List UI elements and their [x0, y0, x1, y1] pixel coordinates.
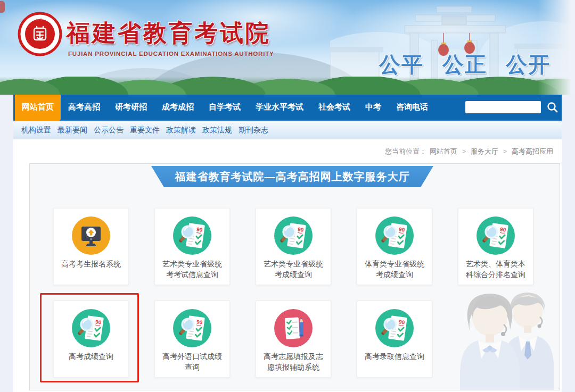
score-query-icon: 90 [72, 309, 110, 347]
svg-text:90: 90 [196, 226, 203, 233]
subnav-item-6[interactable]: 期刊杂志 [239, 126, 268, 135]
nav-item-2[interactable]: 研考研招 [108, 95, 154, 120]
service-card-label: 艺术类、体育类本科综合分排名查询 [458, 258, 533, 280]
score-query-icon: 90 [375, 216, 414, 255]
subnav-item-4[interactable]: 政策解读 [166, 126, 196, 135]
form-pencil-icon [274, 309, 313, 347]
svg-text:90: 90 [196, 319, 203, 326]
nav-search-group [465, 95, 562, 120]
service-card-4[interactable]: 90 艺术类、体育类本科综合分排名查询 [458, 208, 533, 285]
service-card-6[interactable]: 90 高考外语口试成绩查询 [154, 301, 230, 378]
subnav-item-2[interactable]: 公示公告 [94, 126, 124, 135]
nav-item-8[interactable]: 咨询电话 [389, 95, 436, 120]
site-logo-seal[interactable] [18, 12, 62, 56]
header-slogan: 公平 公正 公开 [379, 50, 551, 79]
breadcrumb-prefix: 您当前位置： [385, 147, 426, 156]
nav-item-3[interactable]: 成考成招 [154, 95, 201, 120]
subnav-item-0[interactable]: 机构设置 [21, 126, 51, 135]
svg-text:90: 90 [398, 319, 405, 326]
search-input[interactable] [465, 101, 541, 113]
service-card-label: 高考外语口试成绩查询 [155, 351, 229, 373]
breadcrumb-separator: > [503, 148, 507, 155]
nav-item-4[interactable]: 自学考试 [201, 95, 248, 120]
service-card-label: 高考成绩查询 [54, 351, 128, 362]
service-card-label: 体育类专业省级统考成绩查询 [357, 258, 432, 280]
service-card-label: 艺术类专业省级统考考试信息查询 [155, 258, 229, 280]
subnav-item-5[interactable]: 政策法规 [202, 126, 232, 135]
nav-item-0[interactable]: 网站首页 [15, 95, 61, 120]
site-title: 福建省教育考试院 [67, 18, 271, 49]
service-card-grid: 高考考生报名系统 90 艺术类专业省级统考考试信息查询 90 [53, 208, 543, 378]
service-card-1[interactable]: 90 艺术类专业省级统考考试信息查询 [154, 208, 230, 285]
service-card-0[interactable]: 高考考生报名系统 [53, 208, 129, 285]
nav-item-1[interactable]: 高考高招 [61, 95, 108, 120]
breadcrumb-items: 网站首页>服务大厅>高考高招应用 [430, 147, 553, 156]
service-card-label: 高考志愿填报及志愿填报辅助系统 [256, 351, 331, 373]
breadcrumb-link-2[interactable]: 高考高招应用 [512, 147, 553, 156]
svg-text:90: 90 [95, 319, 102, 326]
breadcrumb: 您当前位置： 网站首页>服务大厅>高考高招应用 [13, 139, 562, 163]
subnav-item-3[interactable]: 重要文件 [130, 126, 160, 135]
svg-text:90: 90 [499, 226, 506, 233]
service-card-2[interactable]: 90 艺术类专业省级统考成绩查询 [256, 208, 331, 285]
service-card-7[interactable]: 高考志愿填报及志愿填报辅助系统 [256, 301, 331, 378]
search-icon [546, 101, 558, 113]
nav-item-7[interactable]: 中考 [358, 95, 389, 120]
score-query-icon: 90 [375, 309, 414, 347]
score-query-icon: 90 [477, 216, 515, 255]
service-card-label: 艺术类专业省级统考成绩查询 [256, 258, 331, 280]
service-card-label: 高考录取信息查询 [357, 351, 432, 362]
service-hall-banner: 福建省教育考试院—高考高招网上数字服务大厅 [151, 166, 433, 187]
main-nav-items: 网站首页高考高招研考研招成考成招自学考试学业水平考试社会考试中考咨询电话 [15, 95, 436, 120]
score-query-icon: 90 [173, 309, 211, 347]
red-lantern-photo-edge [0, 1, 5, 13]
site-title-english: FUJIAN PROVINCIAL EDUCATION EXAMINATIONS… [68, 51, 274, 57]
svg-text:90: 90 [297, 226, 304, 233]
breadcrumb-link-0[interactable]: 网站首页 [430, 147, 457, 156]
service-hall-panel: 福建省教育考试院—高考高招网上数字服务大厅 [29, 163, 560, 390]
svg-text:90: 90 [398, 226, 405, 233]
sub-nav: 机构设置最新要闻公示公告重要文件政策解读政策法规期刊杂志 [13, 121, 562, 139]
nav-item-5[interactable]: 学业水平考试 [248, 95, 311, 120]
nav-item-6[interactable]: 社会考试 [311, 95, 358, 120]
subnav-item-1[interactable]: 最新要闻 [58, 126, 87, 135]
header-fade [538, 0, 575, 95]
service-card-5[interactable]: 90 高考成绩查询 [53, 301, 129, 378]
service-card-label: 高考考生报名系统 [54, 258, 128, 269]
service-hall-title: 福建省教育考试院—高考高招网上数字服务大厅 [175, 170, 410, 184]
upload-computer-icon [72, 216, 110, 255]
search-button[interactable] [546, 101, 558, 113]
site-header: 福建省教育考试院 FUJIAN PROVINCIAL EDUCATION EXA… [0, 0, 575, 95]
main-nav: 网站首页高考高招研考研招成考成招自学考试学业水平考试社会考试中考咨询电话 [13, 95, 562, 120]
treeline-art [0, 77, 575, 95]
service-card-3[interactable]: 90 体育类专业省级统考成绩查询 [357, 208, 432, 285]
score-query-icon: 90 [173, 216, 211, 255]
page: 福建省教育考试院 FUJIAN PROVINCIAL EDUCATION EXA… [0, 0, 575, 392]
score-query-icon: 90 [274, 216, 313, 255]
breadcrumb-separator: > [462, 148, 466, 155]
breadcrumb-link-1[interactable]: 服务大厅 [471, 147, 498, 156]
service-card-8[interactable]: 90 高考录取信息查询 [357, 301, 432, 378]
